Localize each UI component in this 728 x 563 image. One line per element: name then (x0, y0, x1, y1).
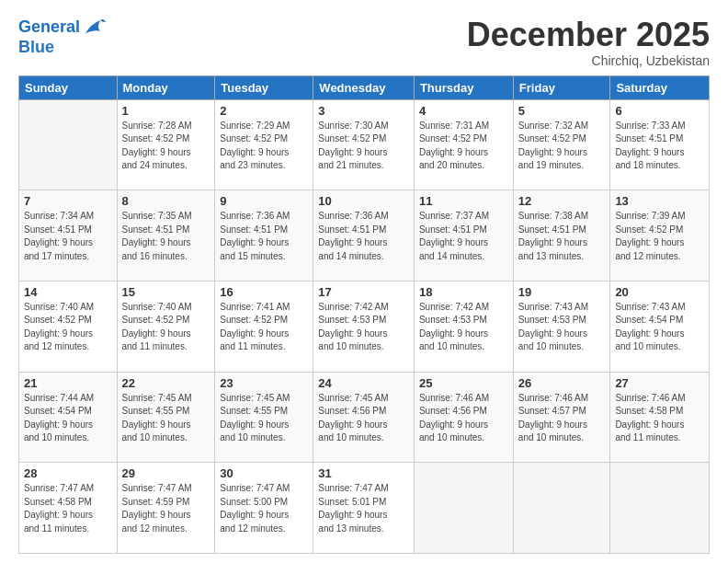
day-info: Sunrise: 7:43 AM Sunset: 4:54 PM Dayligh… (615, 301, 704, 354)
day-number: 11 (419, 194, 508, 208)
day-info: Sunrise: 7:45 AM Sunset: 4:55 PM Dayligh… (122, 392, 210, 445)
day-number: 24 (318, 376, 409, 390)
day-info: Sunrise: 7:41 AM Sunset: 4:52 PM Dayligh… (220, 301, 308, 354)
day-number: 4 (419, 104, 508, 118)
calendar-week-2: 7Sunrise: 7:34 AM Sunset: 4:51 PM Daylig… (19, 190, 710, 282)
logo-text2: Blue (18, 39, 108, 57)
day-info: Sunrise: 7:47 AM Sunset: 4:59 PM Dayligh… (122, 482, 210, 535)
day-number: 13 (615, 194, 704, 208)
day-number: 22 (122, 376, 210, 390)
table-row: 13Sunrise: 7:39 AM Sunset: 4:52 PM Dayli… (610, 190, 710, 282)
table-row: 5Sunrise: 7:32 AM Sunset: 4:52 PM Daylig… (513, 99, 610, 190)
day-number: 31 (318, 466, 409, 480)
table-row: 2Sunrise: 7:29 AM Sunset: 4:52 PM Daylig… (215, 99, 313, 190)
day-number: 3 (318, 104, 409, 118)
table-row: 30Sunrise: 7:47 AM Sunset: 5:00 PM Dayli… (215, 463, 313, 554)
day-number: 27 (615, 376, 704, 390)
table-row: 31Sunrise: 7:47 AM Sunset: 5:01 PM Dayli… (313, 463, 415, 554)
page: General Blue December 2025 Chirchiq, Uzb… (0, 0, 728, 563)
day-number: 26 (518, 376, 606, 390)
day-info: Sunrise: 7:43 AM Sunset: 4:53 PM Dayligh… (518, 301, 606, 354)
day-number: 29 (122, 466, 210, 480)
day-info: Sunrise: 7:42 AM Sunset: 4:53 PM Dayligh… (419, 301, 508, 354)
table-row: 17Sunrise: 7:42 AM Sunset: 4:53 PM Dayli… (313, 281, 415, 372)
day-info: Sunrise: 7:37 AM Sunset: 4:51 PM Dayligh… (419, 210, 508, 263)
subtitle: Chirchiq, Uzbekistan (467, 53, 710, 68)
table-row: 23Sunrise: 7:45 AM Sunset: 4:55 PM Dayli… (215, 372, 313, 463)
table-row (19, 99, 118, 190)
day-info: Sunrise: 7:40 AM Sunset: 4:52 PM Dayligh… (24, 301, 112, 354)
table-row: 28Sunrise: 7:47 AM Sunset: 4:58 PM Dayli… (19, 463, 118, 554)
day-info: Sunrise: 7:31 AM Sunset: 4:52 PM Dayligh… (419, 120, 508, 173)
table-row (414, 463, 513, 554)
header-monday: Monday (117, 75, 215, 99)
table-row: 14Sunrise: 7:40 AM Sunset: 4:52 PM Dayli… (19, 281, 118, 372)
day-info: Sunrise: 7:29 AM Sunset: 4:52 PM Dayligh… (220, 120, 308, 173)
header-friday: Friday (513, 75, 610, 99)
day-number: 16 (220, 285, 308, 299)
day-info: Sunrise: 7:36 AM Sunset: 4:51 PM Dayligh… (220, 210, 308, 263)
table-row: 26Sunrise: 7:46 AM Sunset: 4:57 PM Dayli… (513, 372, 610, 463)
day-info: Sunrise: 7:38 AM Sunset: 4:51 PM Dayligh… (518, 210, 606, 263)
table-row: 8Sunrise: 7:35 AM Sunset: 4:51 PM Daylig… (117, 190, 215, 282)
calendar: Sunday Monday Tuesday Wednesday Thursday… (18, 75, 710, 554)
day-info: Sunrise: 7:39 AM Sunset: 4:52 PM Dayligh… (615, 210, 704, 263)
table-row: 18Sunrise: 7:42 AM Sunset: 4:53 PM Dayli… (414, 281, 513, 372)
day-number: 21 (24, 376, 112, 390)
header-saturday: Saturday (610, 75, 710, 99)
header-sunday: Sunday (19, 75, 118, 99)
table-row: 10Sunrise: 7:36 AM Sunset: 4:51 PM Dayli… (313, 190, 415, 282)
day-info: Sunrise: 7:45 AM Sunset: 4:55 PM Dayligh… (220, 392, 308, 445)
day-number: 30 (220, 466, 308, 480)
day-number: 23 (220, 376, 308, 390)
title-block: December 2025 Chirchiq, Uzbekistan (467, 17, 710, 68)
logo-text: General (18, 18, 80, 37)
table-row: 6Sunrise: 7:33 AM Sunset: 4:51 PM Daylig… (610, 99, 710, 190)
header-wednesday: Wednesday (313, 75, 415, 99)
table-row: 12Sunrise: 7:38 AM Sunset: 4:51 PM Dayli… (513, 190, 610, 282)
calendar-week-3: 14Sunrise: 7:40 AM Sunset: 4:52 PM Dayli… (19, 281, 710, 372)
table-row: 3Sunrise: 7:30 AM Sunset: 4:52 PM Daylig… (313, 99, 415, 190)
calendar-week-1: 1Sunrise: 7:28 AM Sunset: 4:52 PM Daylig… (19, 99, 710, 190)
logo-bird-icon (82, 17, 108, 39)
header-tuesday: Tuesday (215, 75, 313, 99)
day-number: 20 (615, 285, 704, 299)
day-number: 18 (419, 285, 508, 299)
table-row: 21Sunrise: 7:44 AM Sunset: 4:54 PM Dayli… (19, 372, 118, 463)
day-info: Sunrise: 7:47 AM Sunset: 5:00 PM Dayligh… (220, 482, 308, 535)
table-row: 27Sunrise: 7:46 AM Sunset: 4:58 PM Dayli… (610, 372, 710, 463)
day-number: 6 (615, 104, 704, 118)
day-info: Sunrise: 7:33 AM Sunset: 4:51 PM Dayligh… (615, 120, 704, 173)
table-row: 29Sunrise: 7:47 AM Sunset: 4:59 PM Dayli… (117, 463, 215, 554)
day-number: 17 (318, 285, 409, 299)
day-number: 28 (24, 466, 112, 480)
day-info: Sunrise: 7:46 AM Sunset: 4:57 PM Dayligh… (518, 392, 606, 445)
day-number: 8 (122, 194, 210, 208)
table-row: 20Sunrise: 7:43 AM Sunset: 4:54 PM Dayli… (610, 281, 710, 372)
day-info: Sunrise: 7:47 AM Sunset: 4:58 PM Dayligh… (24, 482, 112, 535)
day-info: Sunrise: 7:32 AM Sunset: 4:52 PM Dayligh… (518, 120, 606, 173)
table-row: 24Sunrise: 7:45 AM Sunset: 4:56 PM Dayli… (313, 372, 415, 463)
day-number: 15 (122, 285, 210, 299)
day-number: 25 (419, 376, 508, 390)
day-info: Sunrise: 7:35 AM Sunset: 4:51 PM Dayligh… (122, 210, 210, 263)
day-number: 7 (24, 194, 112, 208)
day-info: Sunrise: 7:46 AM Sunset: 4:56 PM Dayligh… (419, 392, 508, 445)
day-number: 2 (220, 104, 308, 118)
day-number: 5 (518, 104, 606, 118)
day-number: 19 (518, 285, 606, 299)
day-info: Sunrise: 7:44 AM Sunset: 4:54 PM Dayligh… (24, 392, 112, 445)
calendar-week-5: 28Sunrise: 7:47 AM Sunset: 4:58 PM Dayli… (19, 463, 710, 554)
day-info: Sunrise: 7:46 AM Sunset: 4:58 PM Dayligh… (615, 392, 704, 445)
table-row: 19Sunrise: 7:43 AM Sunset: 4:53 PM Dayli… (513, 281, 610, 372)
table-row: 4Sunrise: 7:31 AM Sunset: 4:52 PM Daylig… (414, 99, 513, 190)
header-thursday: Thursday (414, 75, 513, 99)
day-info: Sunrise: 7:34 AM Sunset: 4:51 PM Dayligh… (24, 210, 112, 263)
day-number: 10 (318, 194, 409, 208)
day-number: 9 (220, 194, 308, 208)
day-info: Sunrise: 7:47 AM Sunset: 5:01 PM Dayligh… (318, 482, 409, 535)
table-row: 25Sunrise: 7:46 AM Sunset: 4:56 PM Dayli… (414, 372, 513, 463)
table-row: 16Sunrise: 7:41 AM Sunset: 4:52 PM Dayli… (215, 281, 313, 372)
table-row: 9Sunrise: 7:36 AM Sunset: 4:51 PM Daylig… (215, 190, 313, 282)
table-row: 11Sunrise: 7:37 AM Sunset: 4:51 PM Dayli… (414, 190, 513, 282)
